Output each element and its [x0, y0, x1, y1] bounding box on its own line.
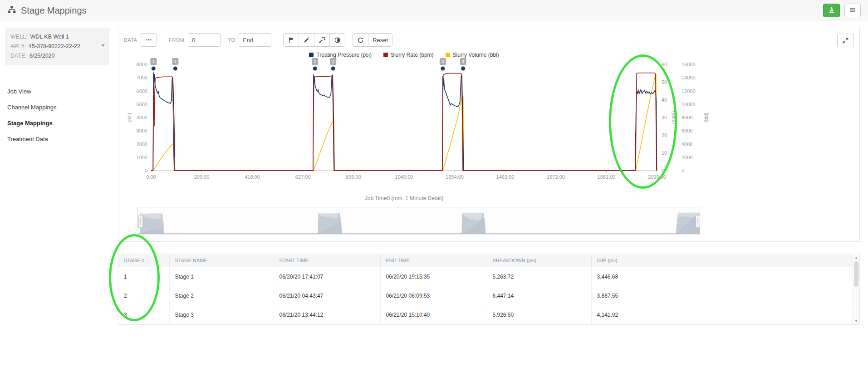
- reset-button[interactable]: Reset: [368, 33, 392, 47]
- table-cell: Stage 2: [169, 286, 274, 305]
- col-start-time[interactable]: START TIME: [274, 254, 380, 267]
- table-cell: 6,447.14: [487, 286, 591, 305]
- table-cell: 3,446.68: [591, 267, 853, 286]
- stages-table: STAGE # STAGE NAME START TIME END TIME B…: [118, 254, 853, 324]
- stage-dot: [313, 67, 317, 71]
- refresh-button[interactable]: [353, 33, 368, 47]
- table-cell: 06/20/20 17:41:07: [274, 267, 380, 286]
- bbl-tick-label: 14000: [682, 75, 696, 80]
- x-axis-title: Job Time0 (mm, 1 Minute Detail): [124, 195, 684, 201]
- table-cell: 4,141.92: [591, 305, 853, 324]
- stage-flag-1[interactable]: 1: [172, 58, 178, 71]
- psi-tick-label: 4000: [137, 115, 147, 120]
- table-scrollbar[interactable]: ▲ ▼: [853, 254, 859, 324]
- table-row[interactable]: 3Stage 306/21/20 13:44:1206/21/20 15:10:…: [118, 305, 853, 324]
- data-label: DATA: [124, 37, 137, 43]
- menu-button[interactable]: [844, 4, 861, 17]
- date-value: 6/25/2020: [29, 53, 55, 59]
- well-value: WDL KB Well 1: [30, 34, 69, 40]
- well-dropdown-caret[interactable]: [101, 44, 105, 47]
- col-stage-number[interactable]: STAGE #: [118, 254, 169, 267]
- stage-flag-2[interactable]: 2: [330, 58, 336, 71]
- psi-tick-label: 5000: [137, 102, 147, 107]
- legend-item-pressure[interactable]: Treating Pressure (psi): [309, 52, 372, 58]
- flag-button[interactable]: [283, 33, 299, 47]
- navigator-silhouette-1: [138, 213, 700, 234]
- x-tick-label: 0:00: [146, 174, 156, 180]
- scroll-thumb[interactable]: [854, 261, 858, 287]
- from-input[interactable]: [188, 33, 221, 47]
- data-options-button[interactable]: •••: [141, 33, 157, 47]
- psi-tick-label: 7000: [137, 75, 147, 80]
- volume-swatch: [446, 53, 450, 57]
- legend-label: Slurry Rate (bpm): [391, 52, 434, 58]
- table-row[interactable]: 1Stage 106/20/20 17:41:0706/20/20 19:15:…: [118, 267, 853, 286]
- navigator-silhouette-2: [138, 213, 700, 234]
- psi-tick-label: 6000: [137, 88, 147, 94]
- bpm-tick-label: 60: [662, 62, 667, 67]
- bbl-tick-label: 8000: [682, 115, 692, 120]
- stage-flag-label: 2: [314, 59, 316, 64]
- psi-tick-label: 8000: [137, 62, 147, 67]
- stage-dot: [152, 67, 156, 71]
- sidebar-item-channel-mappings[interactable]: Channel Mappings: [5, 99, 109, 115]
- wrench-button[interactable]: [314, 33, 330, 47]
- sidebar-nav: Job View Channel Mappings Stage Mappings…: [5, 83, 109, 147]
- legend-label: Slurry Volume (bbl): [453, 52, 499, 58]
- table-row[interactable]: 2Stage 206/21/20 04:43:4706/21/20 06:09:…: [118, 286, 853, 305]
- stage-flag-label: 3: [441, 59, 444, 64]
- chart-tools-group: [283, 33, 345, 47]
- eyedropper-icon: [303, 37, 310, 44]
- x-tick-label: 1254:00: [446, 174, 464, 180]
- col-isip[interactable]: ISIP (psi): [591, 254, 853, 267]
- psi-tick-label: 0: [145, 168, 147, 173]
- table-cell: 06/20/20 19:15:35: [380, 267, 487, 286]
- table-cell: 3: [118, 305, 169, 324]
- col-end-time[interactable]: END TIME: [380, 254, 487, 267]
- api-value: 45-378-90222-22-22: [29, 43, 80, 49]
- psi-tick-label: 1000: [137, 155, 147, 160]
- navigator-handle-right[interactable]: [696, 215, 700, 228]
- bpm-tick-label: 40: [662, 97, 667, 103]
- bbl-tick-label: 4000: [682, 142, 692, 147]
- stage-flag-3[interactable]: 3: [460, 58, 466, 71]
- col-breakdown[interactable]: BREAKDOWN (psi): [487, 254, 591, 267]
- legend-label: Treating Pressure (psi): [316, 52, 372, 58]
- navigator-handle-left[interactable]: [138, 215, 143, 228]
- sidebar-item-stage-mappings[interactable]: Stage Mappings: [5, 115, 109, 131]
- legend-item-rate[interactable]: Slurry Rate (bpm): [383, 52, 434, 58]
- sidebar-item-treatment-data[interactable]: Treatment Data: [5, 131, 109, 147]
- x-tick-label: 1672:00: [547, 174, 565, 180]
- stage-flag-1[interactable]: 1: [150, 58, 157, 71]
- col-stage-name[interactable]: STAGE NAME: [169, 254, 274, 267]
- table-cell: 06/21/20 13:44:12: [274, 305, 380, 324]
- chart-toolbar: DATA ••• FROM TO: [124, 33, 854, 47]
- well-info-box[interactable]: WELL:WDL KB Well 1 API #:45-378-90222-22…: [5, 28, 109, 65]
- expand-icon: [842, 37, 849, 44]
- stage-chart[interactable]: 0100020003000400050006000700080000102030…: [124, 58, 714, 192]
- chart-range-navigator[interactable]: [137, 207, 700, 235]
- bpm-tick-label: 20: [662, 132, 667, 138]
- app-green-button[interactable]: [823, 4, 840, 17]
- eyedropper-button[interactable]: [299, 33, 314, 47]
- rig-icon: [828, 6, 835, 15]
- legend-item-volume[interactable]: Slurry Volume (bbl): [446, 52, 499, 58]
- table-cell: 3,887.55: [591, 286, 853, 305]
- table-cell: 06/21/20 06:09:53: [380, 286, 487, 305]
- contrast-button[interactable]: [329, 33, 345, 47]
- sidebar-item-job-view[interactable]: Job View: [5, 83, 109, 99]
- table-cell: 2: [118, 286, 169, 305]
- stage-flag-2[interactable]: 2: [312, 58, 318, 71]
- to-input[interactable]: [239, 33, 271, 47]
- sitemap-icon: [7, 5, 16, 15]
- bbl-tick-label: 0: [682, 168, 684, 173]
- scroll-down-button[interactable]: ▼: [853, 318, 859, 324]
- bpm-tick-label: 10: [662, 150, 667, 156]
- x-tick-label: 1045:00: [395, 174, 413, 180]
- psi-tick-label: 2000: [137, 142, 147, 147]
- expand-button[interactable]: [837, 34, 854, 47]
- table-cell: 5,263.72: [487, 267, 591, 286]
- stage-flag-label: 1: [152, 59, 155, 64]
- scroll-up-button[interactable]: ▲: [853, 254, 859, 260]
- stage-flag-3[interactable]: 3: [440, 58, 446, 71]
